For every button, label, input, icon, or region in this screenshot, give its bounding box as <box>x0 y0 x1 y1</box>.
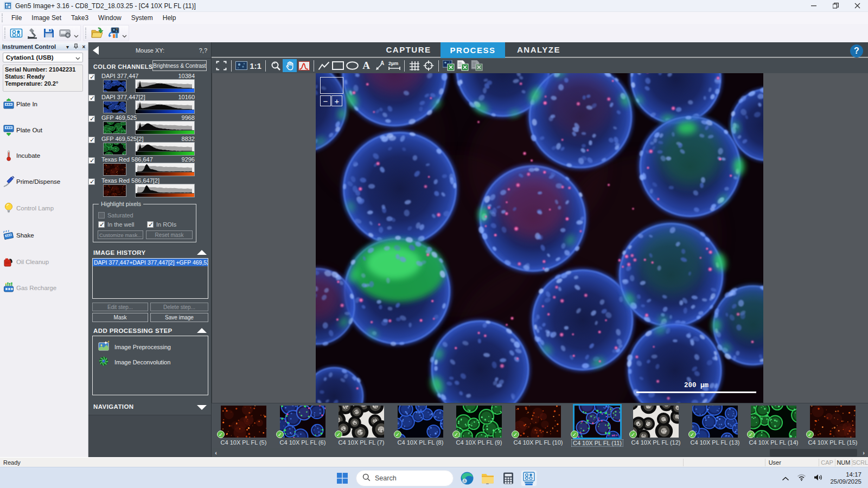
image-thumbnail[interactable] <box>633 406 679 438</box>
menu-system[interactable]: System <box>126 12 158 23</box>
channel-histogram[interactable] <box>135 142 195 156</box>
instrument-select[interactable]: Cytation1 (USB) <box>3 53 83 62</box>
channel-histogram[interactable] <box>135 121 195 134</box>
image-deconvolution-item[interactable]: Image Deconvolution <box>98 356 170 369</box>
rectangle-tool-button[interactable] <box>331 59 345 72</box>
tab-analyze[interactable]: ANALYZE <box>508 42 569 57</box>
menu-take3[interactable]: Take3 <box>66 12 93 23</box>
thumbnail-view-button[interactable] <box>234 59 248 72</box>
thumbnail-scrollbar[interactable]: ‹ › <box>212 448 868 457</box>
zoom-in-button[interactable]: + <box>331 95 342 106</box>
channel-thumbnail[interactable] <box>103 143 126 155</box>
image-thumbnail[interactable] <box>280 406 326 438</box>
customize-mask-button[interactable]: Customize mask... <box>98 230 143 239</box>
navigator-box[interactable] <box>320 77 343 94</box>
plate-layout-button[interactable] <box>8 26 24 40</box>
in-well-checkbox[interactable]: ✓ <box>98 221 105 228</box>
image-thumbnail[interactable] <box>692 406 738 438</box>
image-preprocessing-item[interactable]: Image Preprocessing <box>98 341 171 354</box>
control-lamp-button[interactable]: Control Lamp <box>0 199 88 217</box>
expand-section-icon[interactable] <box>197 405 207 410</box>
export-data-excel-disabled-button[interactable] <box>470 59 484 72</box>
crosshair-button[interactable] <box>422 59 436 72</box>
ellipse-tool-button[interactable] <box>345 59 359 72</box>
channel-checkbox[interactable]: ✓ <box>88 157 95 164</box>
channel-checkbox[interactable]: ✓ <box>88 137 95 143</box>
saturated-checkbox[interactable] <box>98 212 105 219</box>
incubate-button[interactable]: Incubate <box>0 146 88 165</box>
channel-checkbox[interactable]: ✓ <box>88 115 95 122</box>
text-tool-button[interactable]: A <box>359 59 373 72</box>
channel-thumbnail[interactable] <box>103 163 126 176</box>
channel-histogram[interactable] <box>135 100 195 114</box>
image-thumbnail[interactable] <box>456 406 502 438</box>
histogram-button[interactable] <box>297 59 311 72</box>
help-button[interactable]: ? <box>850 44 863 57</box>
image-thumbnail[interactable] <box>515 406 561 438</box>
gen5-taskbar-icon[interactable] <box>521 470 537 486</box>
image-thumbnail[interactable] <box>398 406 443 438</box>
channel-checkbox[interactable]: ✓ <box>88 95 95 101</box>
scrollbar-thumb[interactable] <box>770 449 857 457</box>
wifi-icon[interactable] <box>797 473 806 483</box>
toolbar-dropdown-icon[interactable] <box>73 26 79 40</box>
taskbar-clock[interactable]: 14:17 25/09/2025 <box>830 471 861 485</box>
micrograph[interactable]: −+ 200 µm <box>316 73 763 403</box>
edit-step-button[interactable]: Edit step... <box>92 303 148 311</box>
export-button[interactable] <box>105 26 122 40</box>
panel-menu-icon[interactable]: ▾ <box>63 44 72 50</box>
speaker-icon[interactable] <box>814 473 823 483</box>
plate-out-button[interactable]: Plate Out <box>0 121 88 139</box>
pan-tool-button[interactable] <box>283 59 297 72</box>
menu-image-set[interactable]: Image Set <box>27 12 66 23</box>
channel-thumbnail[interactable] <box>103 80 126 92</box>
brightness-contrast-button[interactable]: Brightness & Contrast <box>152 60 207 71</box>
start-button[interactable] <box>334 470 350 486</box>
zoom-out-button[interactable]: − <box>320 95 331 106</box>
restore-button[interactable] <box>825 0 846 11</box>
channel-checkbox[interactable]: ✓ <box>88 178 95 185</box>
microscope-button[interactable] <box>24 26 41 40</box>
minimize-button[interactable] <box>803 0 825 11</box>
taskbar-search[interactable]: Search <box>356 470 454 486</box>
channel-histogram[interactable] <box>135 79 195 93</box>
in-well-checkbox-row[interactable]: ✓ In the well <box>98 221 135 228</box>
history-step-selected[interactable]: DAPI 377,447+DAPI 377,447[2] +GFP 469,52… <box>93 259 208 266</box>
grid-overlay-button[interactable] <box>407 59 422 72</box>
in-rois-checkbox[interactable]: ✓ <box>147 221 154 228</box>
gas-recharge-button[interactable]: Gas Recharge <box>0 279 88 297</box>
reader-control-button[interactable] <box>57 26 73 40</box>
close-button[interactable] <box>846 0 868 11</box>
save-button[interactable] <box>41 26 57 40</box>
zoom-tool-button[interactable] <box>269 59 283 72</box>
export-image-excel-button[interactable] <box>442 59 456 72</box>
prime-dispense-button[interactable]: Prime/Dispense <box>0 172 88 191</box>
saturated-checkbox-row[interactable]: Saturated <box>98 212 133 219</box>
reset-mask-button[interactable]: Reset mask <box>146 230 193 239</box>
tab-capture[interactable]: CAPTURE <box>378 42 439 57</box>
zoom-1to1-button[interactable]: 1:1 <box>248 59 263 72</box>
image-history-list[interactable]: DAPI 377,447+DAPI 377,447[2] +GFP 469,52… <box>92 258 208 299</box>
image-thumbnail[interactable] <box>575 406 620 438</box>
image-thumbnail[interactable] <box>339 406 384 438</box>
calculator-icon[interactable] <box>500 470 516 486</box>
channel-histogram[interactable] <box>135 163 195 176</box>
channel-thumbnail[interactable] <box>103 184 126 197</box>
line-tool-button[interactable] <box>317 59 331 72</box>
scale-bar-tool-button[interactable]: 2µm <box>387 59 401 72</box>
annotation-arrow-button[interactable]: A <box>373 59 387 72</box>
image-thumbnail[interactable] <box>810 406 856 438</box>
delete-step-button[interactable]: Delete step... <box>150 303 208 311</box>
edge-browser-icon[interactable] <box>459 470 475 486</box>
mask-button[interactable]: Mask <box>92 313 148 322</box>
channel-checkbox[interactable]: ✓ <box>88 74 95 80</box>
pin-icon[interactable] <box>72 43 80 50</box>
in-rois-checkbox-row[interactable]: ✓ In ROIs <box>147 221 176 228</box>
fit-image-button[interactable] <box>214 59 228 72</box>
channel-histogram[interactable] <box>135 184 195 197</box>
toolbar-dropdown-icon[interactable] <box>122 26 127 40</box>
scroll-right-icon[interactable]: › <box>859 450 868 456</box>
plate-in-button[interactable]: Plate In <box>0 95 88 113</box>
tray-chevron-up-icon[interactable] <box>782 473 789 483</box>
shake-button[interactable]: Shake <box>0 226 88 245</box>
